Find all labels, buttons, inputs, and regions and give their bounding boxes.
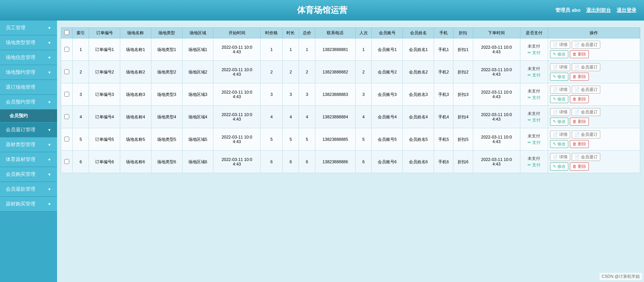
sidebar-item-venue-booking[interactable]: 场地预约管理 ▼ (0, 65, 57, 80)
member-order-btn[interactable]: 📄 会员退订 (572, 41, 600, 49)
chevron-down-icon: ▼ (48, 128, 51, 132)
back-to-front-btn[interactable]: 退出到前台 (586, 7, 611, 14)
row-checkbox (61, 106, 73, 128)
sidebar-item-venue-info[interactable]: 场地信息管理 ▼ (0, 50, 57, 65)
delete-btn[interactable]: 🗑 删除 (570, 140, 589, 148)
col-venue-name: 场地名称 (120, 28, 151, 38)
row-phone: 13823888882 (315, 61, 355, 83)
row-index: 6 (73, 151, 89, 173)
action-group: 📄 详情 📄 会员退订 ✎ 修改 🗑 删除 (550, 85, 638, 104)
delete-btn[interactable]: 🗑 删除 (570, 73, 589, 81)
pay-btn[interactable]: ✏ 支付 (528, 72, 541, 78)
row-member-name: 会员姓名4 (403, 106, 434, 128)
status-unpaid: 未支付 (528, 111, 540, 116)
edit-btn[interactable]: ✎ 修改 (550, 118, 568, 126)
select-all-checkbox[interactable] (64, 30, 69, 35)
sidebar-item-member-return[interactable]: 会员退订管理 ▼ (0, 123, 57, 137)
member-order-btn[interactable]: 📄 会员退订 (572, 108, 600, 116)
row-member-account: 会员账号1 (372, 38, 403, 61)
sidebar-item-staff[interactable]: 员工管理 ▼ (0, 21, 57, 35)
col-price: 时价格 (261, 28, 283, 38)
row-venue-name: 场地名称2 (120, 61, 151, 83)
detail-btn[interactable]: 📄 详情 (550, 86, 570, 94)
sidebar-item-venue-return[interactable]: 退订场地管理 (0, 80, 57, 95)
col-index: 索引 (73, 28, 89, 38)
row-select-checkbox[interactable] (64, 92, 69, 97)
edit-btn[interactable]: ✎ 修改 (550, 140, 568, 148)
member-order-btn[interactable]: 📄 会员退订 (572, 131, 600, 139)
col-member-account: 会员账号 (372, 28, 403, 38)
pay-btn[interactable]: ✏ 支付 (528, 50, 541, 56)
row-persons: 3 (355, 83, 372, 106)
row-venue-type: 场地类型2 (151, 61, 182, 83)
row-select-checkbox[interactable] (64, 137, 69, 142)
edit-btn[interactable]: ✎ 修改 (550, 163, 568, 170)
row-checkbox (61, 151, 73, 173)
row-member-name: 会员姓名3 (403, 83, 434, 106)
sidebar-item-member-booking[interactable]: 会员预约管理 ▼ (0, 95, 57, 110)
sidebar-item-equip-buy[interactable]: 器材购买管理 ▼ (0, 197, 57, 212)
row-select-checkbox[interactable] (64, 47, 69, 52)
sidebar-item-member-refund[interactable]: 会员退款管理 ▼ (0, 182, 57, 197)
row-persons: 6 (355, 151, 372, 173)
table-row: 5 订单编号5 场地名称5 场地类型5 场地区域5 2022-03-11 10:… (61, 128, 640, 151)
member-order-btn[interactable]: 📄 会员退订 (572, 63, 600, 71)
row-start-time: 2022-03-11 10:0 4:43 (213, 106, 261, 128)
row-select-checkbox[interactable] (64, 69, 69, 74)
sidebar-submenu-member-booking[interactable]: 会员预约 (0, 110, 57, 123)
chevron-down-icon: ▼ (48, 172, 51, 177)
row-phone: 13823888885 (315, 128, 355, 151)
row-phone: 13823888884 (315, 106, 355, 128)
sidebar-item-member-buy[interactable]: 会员购买管理 ▼ (0, 167, 57, 182)
row-order-time: 2022-03-11 10:0 4:43 (473, 61, 520, 83)
edit-btn[interactable]: ✎ 修改 (550, 95, 568, 103)
sidebar-item-equip-type[interactable]: 器材类型管理 ▼ (0, 137, 57, 152)
edit-btn[interactable]: ✎ 修改 (550, 73, 568, 81)
detail-btn[interactable]: 📄 详情 (550, 41, 570, 49)
row-paid: 未支付 ✏ 支付 (520, 151, 548, 173)
row-member-account: 会员账号4 (372, 106, 403, 128)
member-order-btn[interactable]: 📄 会员退订 (572, 86, 600, 94)
row-member-account: 会员账号5 (372, 128, 403, 151)
delete-btn[interactable]: 🗑 删除 (570, 95, 589, 103)
row-member-account: 会员账号2 (372, 61, 403, 83)
row-select-checkbox[interactable] (64, 159, 69, 164)
detail-btn[interactable]: 📄 详情 (550, 108, 570, 116)
row-persons: 5 (355, 128, 372, 151)
delete-btn[interactable]: 🗑 删除 (570, 118, 589, 126)
row-total: 2 (299, 61, 315, 83)
row-venue-area: 场地区域3 (182, 83, 213, 106)
row-select-checkbox[interactable] (64, 114, 69, 119)
logout-btn[interactable]: 退出登录 (617, 7, 636, 14)
row-duration: 4 (283, 106, 299, 128)
member-order-btn[interactable]: 📄 会员退订 (572, 153, 600, 161)
row-venue-area: 场地区域2 (182, 61, 213, 83)
edit-btn[interactable]: ✎ 修改 (550, 50, 568, 58)
pay-btn[interactable]: ✏ 支付 (528, 140, 541, 145)
row-discount: 折扣3 (453, 83, 473, 106)
detail-btn[interactable]: 📄 详情 (550, 63, 570, 71)
row-order-no: 订单编号2 (89, 61, 120, 83)
delete-btn[interactable]: 🗑 删除 (570, 163, 589, 170)
row-checkbox (61, 38, 73, 61)
chevron-down-icon: ▼ (48, 70, 51, 75)
row-order-time: 2022-03-11 10:0 4:43 (473, 151, 520, 173)
pay-btn[interactable]: ✏ 支付 (528, 95, 541, 100)
col-member-name: 会员姓名 (403, 28, 434, 38)
row-mobile: 手机1 (434, 38, 453, 61)
detail-btn[interactable]: 📄 详情 (550, 131, 570, 139)
row-member-name: 会员姓名2 (403, 61, 434, 83)
row-mobile: 手机4 (434, 106, 453, 128)
sidebar-item-venue-type[interactable]: 场地类型管理 ▼ (0, 35, 57, 50)
row-discount: 折扣2 (453, 61, 473, 83)
detail-btn[interactable]: 📄 详情 (550, 153, 570, 161)
action-group: 📄 详情 📄 会员退订 ✎ 修改 🗑 删除 (550, 40, 638, 59)
pay-btn[interactable]: ✏ 支付 (528, 117, 541, 123)
delete-btn[interactable]: 🗑 删除 (570, 50, 589, 58)
sidebar-item-equip-mgr[interactable]: 体育器材管理 ▼ (0, 152, 57, 167)
pay-btn[interactable]: ✏ 支付 (528, 162, 541, 168)
row-actions: 📄 详情 📄 会员退订 ✎ 修改 🗑 删除 (548, 61, 640, 83)
row-price: 5 (261, 128, 283, 151)
col-actions: 操作 (548, 28, 640, 38)
row-order-no: 订单编号1 (89, 38, 120, 61)
